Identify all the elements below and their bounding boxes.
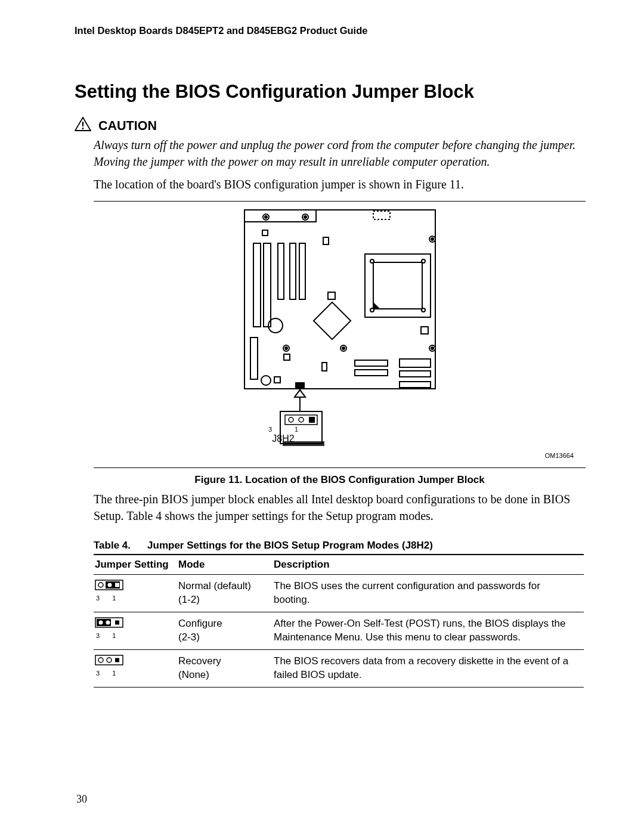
jumper-icon-none	[95, 655, 172, 670]
figure-callout: 3 1 J8H2	[265, 426, 302, 444]
mode-line: (None)	[178, 669, 209, 680]
jumper-pin-label-1: 1	[112, 670, 116, 677]
svg-rect-41	[355, 370, 388, 376]
svg-point-20	[370, 259, 374, 263]
running-header: Intel Desktop Boards D845EPT2 and D845EB…	[75, 25, 586, 36]
mode-desc: After the Power-On Self-Test (POST) runs…	[273, 612, 584, 650]
svg-point-37	[261, 376, 271, 385]
jumper-pin-label-3: 3	[96, 595, 100, 602]
jumper-settings-table: Jumper Setting Mode Description	[94, 554, 584, 688]
figure-caption: Figure 11. Location of the BIOS Configur…	[94, 474, 586, 486]
callout-pin-3: 3	[268, 426, 272, 433]
svg-rect-43	[400, 371, 431, 377]
table-row: 3 1 Recovery (None) The BIOS recovers da…	[94, 649, 584, 687]
svg-rect-38	[274, 377, 280, 383]
svg-point-2	[82, 128, 84, 129]
jumper-pin-label-3: 3	[96, 633, 100, 639]
jumper-icon-2-3	[95, 617, 172, 632]
table-caption: Table 4.Jumper Settings for the BIOS Set…	[94, 540, 586, 552]
callout-label: J8H2	[265, 433, 302, 444]
callout-pin-1: 1	[295, 426, 298, 433]
mode-line: Recovery	[178, 655, 221, 667]
svg-point-8	[304, 216, 306, 218]
svg-rect-36	[421, 327, 428, 334]
mode-desc: The BIOS uses the current configuration …	[273, 575, 584, 612]
svg-rect-40	[355, 360, 388, 366]
svg-point-10	[431, 238, 434, 240]
svg-point-12	[285, 347, 287, 349]
svg-point-64	[106, 621, 110, 625]
svg-marker-19	[373, 303, 379, 309]
mode-line: Normal (default)	[178, 580, 251, 592]
table-header-desc: Description	[273, 555, 584, 575]
svg-point-21	[422, 259, 425, 263]
svg-rect-60	[115, 583, 119, 587]
intro-text: The location of the board's BIOS configu…	[94, 176, 586, 193]
svg-rect-46	[322, 363, 327, 371]
svg-marker-48	[295, 390, 305, 397]
caution-icon	[75, 117, 91, 134]
svg-point-59	[108, 583, 112, 587]
mode-desc: The BIOS recovers data from a recovery d…	[273, 649, 584, 687]
svg-rect-26	[264, 243, 271, 327]
jumper-pin-label-3: 3	[96, 670, 100, 677]
jumper-pin-label-1: 1	[112, 633, 116, 639]
svg-rect-65	[115, 621, 119, 625]
svg-rect-32	[323, 237, 329, 244]
svg-rect-45	[296, 383, 304, 388]
svg-point-63	[99, 621, 103, 625]
page-number: 30	[76, 793, 87, 806]
svg-rect-31	[262, 230, 268, 236]
svg-rect-35	[313, 302, 350, 339]
svg-rect-39	[284, 354, 290, 360]
mode-line: (1-2)	[178, 594, 200, 605]
page-title: Setting the BIOS Configuration Jumper Bl…	[75, 81, 586, 103]
svg-point-22	[370, 308, 374, 312]
svg-rect-27	[278, 243, 284, 299]
svg-rect-29	[299, 243, 305, 299]
table-row: 3 1 Configure (2-3) After the Power-On S…	[94, 612, 584, 650]
svg-rect-33	[328, 292, 335, 299]
svg-rect-18	[373, 262, 422, 309]
svg-rect-69	[115, 658, 119, 662]
svg-rect-3	[244, 210, 435, 389]
figure-rule-bottom	[94, 467, 586, 468]
svg-rect-24	[373, 211, 390, 219]
table-header-jumper: Jumper Setting	[94, 555, 177, 575]
svg-point-16	[431, 347, 434, 349]
figure-11	[94, 206, 586, 451]
figure-om-number: OM13664	[75, 452, 574, 459]
svg-point-23	[422, 308, 425, 312]
jumper-pin-label-1: 1	[112, 595, 116, 602]
svg-rect-55	[309, 417, 315, 423]
mode-line: (2-3)	[178, 631, 200, 643]
svg-rect-42	[400, 359, 431, 367]
caution-text: Always turn off the power and unplug the…	[94, 137, 586, 170]
jumper-icon-1-2	[95, 580, 172, 594]
figure-rule-top	[94, 201, 586, 202]
caution-label: CAUTION	[98, 119, 157, 134]
svg-rect-44	[400, 382, 431, 388]
mode-line: Configure	[178, 618, 222, 629]
table-row: 3 1 Normal (default) (1-2) The BIOS uses…	[94, 575, 584, 612]
svg-rect-28	[290, 243, 296, 299]
svg-rect-25	[253, 243, 261, 327]
table-header-mode: Mode	[177, 555, 273, 575]
svg-point-14	[342, 347, 345, 349]
post-figure-text: The three-pin BIOS jumper block enables …	[94, 491, 586, 524]
svg-rect-30	[250, 337, 258, 379]
svg-point-6	[265, 216, 267, 218]
